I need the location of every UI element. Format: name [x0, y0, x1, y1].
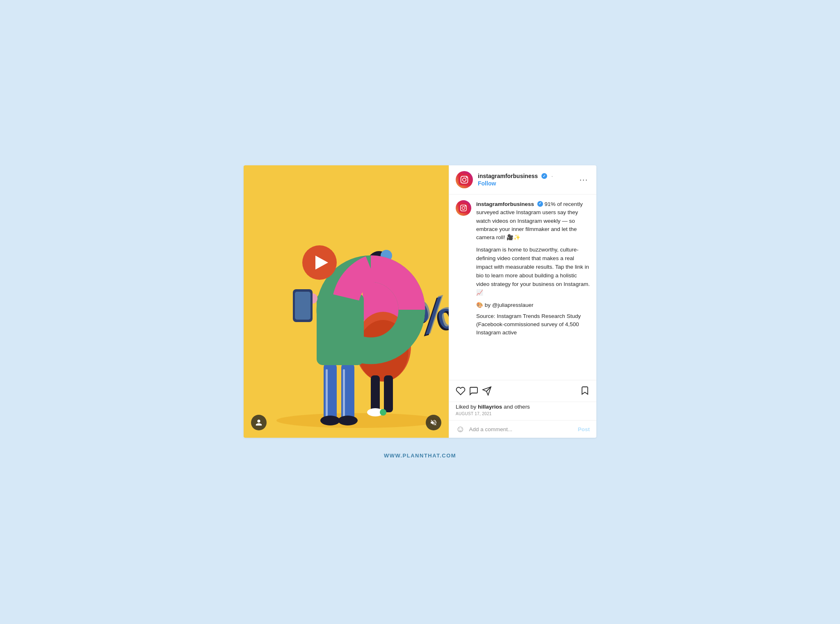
mention-link[interactable]: @juliapresslauer [492, 302, 534, 308]
svg-point-19 [320, 416, 340, 425]
likes-others: and others [502, 404, 530, 410]
likes-row: Liked by hillayrios and others [449, 402, 596, 411]
comment-input-row: ☺ Post [449, 420, 596, 438]
caption-mention: 🎨 by @juliapresslauer [476, 302, 590, 308]
svg-rect-15 [324, 363, 337, 421]
user-overlay-button[interactable] [251, 415, 267, 430]
svg-rect-7 [371, 375, 380, 412]
share-icon [482, 386, 492, 396]
svg-rect-18 [343, 369, 345, 418]
svg-rect-34 [459, 203, 468, 213]
verified-badge [541, 173, 547, 179]
footer-url: WWW.PLANNTHAT.COM [384, 453, 456, 459]
post-caption-area: instagramforbusiness 91% of recently sur… [449, 194, 596, 380]
svg-point-37 [465, 206, 466, 206]
svg-point-20 [338, 416, 358, 425]
post-timestamp: AUGUST 17, 2021 [449, 411, 596, 420]
caption-verified [537, 201, 543, 207]
comment-icon [469, 386, 479, 396]
post-content-panel: instagramforbusiness · Follow ··· [449, 165, 596, 438]
header-username[interactable]: instagramforbusiness [478, 173, 538, 179]
svg-rect-30 [459, 174, 470, 185]
instagram-post-card: % % [244, 165, 596, 438]
caption-text-block: instagramforbusiness 91% of recently sur… [476, 200, 590, 337]
comment-input[interactable] [469, 426, 573, 432]
svg-point-1 [276, 413, 441, 428]
heart-icon [456, 386, 466, 396]
mute-overlay-button[interactable] [426, 415, 441, 430]
post-actions-row [449, 380, 596, 402]
likes-text: Liked by [456, 404, 478, 410]
post-header: instagramforbusiness · Follow ··· [449, 165, 596, 194]
caption-text-part2: Instagram is home to buzzworthy, culture… [476, 246, 590, 297]
more-options-button[interactable]: ··· [578, 176, 590, 184]
like-button[interactable] [456, 384, 469, 398]
caption-text-main: instagramforbusiness 91% of recently sur… [476, 200, 590, 242]
comment-button[interactable] [469, 384, 482, 398]
post-image: % % [244, 165, 449, 438]
svg-rect-26 [295, 292, 310, 320]
svg-rect-8 [384, 375, 393, 412]
emoji-button[interactable]: ☺ [456, 424, 465, 434]
caption-row: instagramforbusiness 91% of recently sur… [456, 200, 590, 337]
caption-source: Source: Instagram Trends Research Study … [476, 312, 590, 337]
caption-avatar[interactable] [456, 200, 471, 216]
svg-point-10 [380, 409, 386, 416]
dot-separator: · [551, 173, 553, 179]
bookmark-icon [580, 386, 590, 395]
share-button[interactable] [482, 384, 495, 398]
post-comment-button[interactable]: Post [578, 426, 590, 432]
bookmark-button[interactable] [580, 386, 590, 397]
likes-user[interactable]: hillayrios [478, 404, 502, 410]
caption-username[interactable]: instagramforbusiness [476, 201, 534, 207]
svg-point-33 [466, 177, 467, 178]
svg-rect-17 [326, 369, 328, 418]
header-info: instagramforbusiness · Follow [478, 172, 573, 187]
header-avatar[interactable] [456, 171, 473, 188]
follow-button[interactable]: Follow [478, 180, 496, 187]
